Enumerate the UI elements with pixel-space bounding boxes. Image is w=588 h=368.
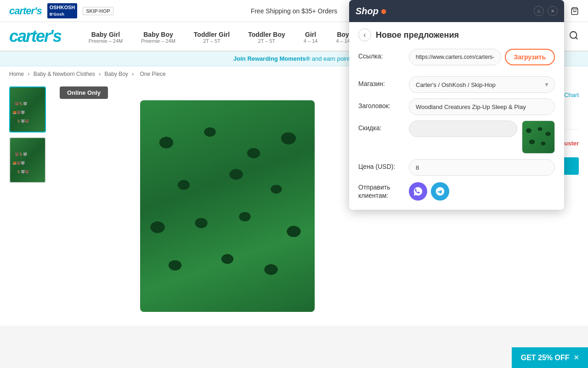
- send-label: Отправить клиентам:: [358, 183, 404, 200]
- shop-close-button[interactable]: ×: [548, 6, 558, 16]
- nav-girl-main: Girl: [304, 31, 318, 38]
- shop-minimize-button[interactable]: ○: [534, 6, 544, 16]
- nav-toddler-boy-main: Toddler Boy: [248, 31, 285, 38]
- telegram-button[interactable]: [431, 182, 449, 201]
- nav-baby-girl-main: Baby Girl: [89, 31, 123, 38]
- send-icons: [409, 182, 449, 201]
- shop-overlay-header: Shop ● ○ ×: [349, 0, 564, 22]
- nav-boy-sub: 4 – 14: [336, 38, 350, 44]
- thumbnail-strip: [9, 82, 51, 316]
- nav-girl-sub: 4 – 14: [304, 38, 318, 44]
- discount-field: Скидка:: [358, 121, 555, 154]
- nav-toddler-girl[interactable]: Toddler Girl 2T – 5T: [185, 22, 239, 51]
- discount-input[interactable]: [409, 121, 517, 137]
- price-field: Цена (USD):: [358, 159, 555, 176]
- nav-baby-boy-sub: Preemie – 24M: [141, 38, 175, 44]
- svg-line-4: [576, 37, 577, 39]
- join-link[interactable]: Join Rewarding Moments®: [233, 55, 310, 62]
- title-content: [409, 98, 555, 115]
- thumb-img-1: [10, 87, 45, 132]
- nav-logo: carter's: [9, 27, 61, 46]
- thumbnail-1[interactable]: [9, 86, 46, 132]
- cart-button[interactable]: [571, 7, 579, 15]
- shop-header-controls: ○ ×: [534, 6, 558, 16]
- store-field: Магазин: Carter's / OshKosh / Skip-Hop ▼: [358, 76, 555, 93]
- shipping-banner: Free Shipping on $35+ Orders: [251, 7, 338, 15]
- skiphop-logo: SKIP·HOP: [83, 7, 113, 15]
- price-content: [409, 159, 555, 176]
- svg-point-3: [570, 32, 577, 39]
- url-input[interactable]: [409, 49, 501, 65]
- search-icon: [569, 30, 579, 40]
- viber-button[interactable]: [409, 182, 427, 201]
- nav-baby-boy-main: Baby Boy: [141, 31, 175, 38]
- breadcrumb-baby-boy[interactable]: Baby Boy: [104, 71, 128, 77]
- nav-toddler-boy[interactable]: Toddler Boy 2T – 5T: [239, 22, 294, 51]
- discount-label: Скидка:: [358, 121, 404, 132]
- nav-items: Baby Girl Preemie – 24M Baby Boy Preemie…: [79, 22, 359, 51]
- store-label: Магазин:: [358, 76, 404, 87]
- online-only-badge: Online Only: [60, 86, 108, 99]
- url-row: Загрузить: [409, 49, 555, 65]
- url-field: Ссылка: Загрузить: [358, 49, 555, 71]
- shop-logo: Shop ●: [356, 5, 387, 17]
- carters-logo: carter's: [9, 5, 42, 17]
- nav-search[interactable]: [569, 30, 579, 42]
- shop-overlay: Shop ● ○ × ‹ Новое предложения Ссылка: З…: [349, 0, 564, 210]
- nav-baby-girl-sub: Preemie – 24M: [89, 38, 123, 44]
- price-label: Цена (USD):: [358, 159, 404, 170]
- store-select[interactable]: Carter's / OshKosh / Skip-Hop: [409, 76, 555, 93]
- thumbnail-2[interactable]: [9, 137, 46, 183]
- nav-toddler-boy-sub: 2T – 5T: [248, 38, 285, 44]
- shop-body: ‹ Новое предложения Ссылка: Загрузить Ма…: [349, 22, 564, 210]
- store-content: Carter's / OshKosh / Skip-Hop ▼: [409, 76, 555, 93]
- price-input[interactable]: [409, 159, 555, 176]
- viber-icon: [413, 186, 423, 196]
- shop-title: Новое предложения: [376, 30, 459, 40]
- title-field: Заголовок:: [358, 98, 555, 115]
- shop-logo-dot: ●: [380, 5, 387, 17]
- nav-boy-main: Boy: [336, 31, 350, 38]
- nav-baby-boy[interactable]: Baby Boy Preemie – 24M: [132, 22, 185, 51]
- shop-logo-text: Shop: [356, 6, 379, 17]
- logos: carter's OSHKOSHB'Gosh SKIP·HOP: [9, 3, 113, 18]
- title-label: Заголовок:: [358, 98, 404, 109]
- breadcrumb-home[interactable]: Home: [9, 71, 24, 77]
- store-select-wrap: Carter's / OshKosh / Skip-Hop ▼: [409, 76, 555, 93]
- nav-baby-girl[interactable]: Baby Girl Preemie – 24M: [79, 22, 132, 51]
- product-thumbnail-preview: [522, 121, 555, 154]
- breadcrumb-baby-newborn[interactable]: Baby & Newborn Clothes: [34, 71, 95, 77]
- thumb-img-2: [10, 138, 45, 182]
- url-label: Ссылка:: [358, 49, 404, 60]
- title-input[interactable]: [409, 98, 555, 115]
- discount-close-button[interactable]: ×: [574, 353, 579, 362]
- discount-content: [409, 121, 517, 137]
- join-text: and earn points!: [312, 55, 355, 62]
- cart-icon: [571, 7, 579, 15]
- nav-girl[interactable]: Girl 4 – 14: [294, 22, 327, 51]
- shop-back-button[interactable]: ‹: [358, 29, 371, 41]
- discount-text: GET 25% OFF: [521, 354, 570, 362]
- breadcrumb-one-piece: One Piece: [140, 71, 166, 77]
- product-main-image: [140, 100, 315, 312]
- discount-float-banner[interactable]: GET 25% OFF ×: [512, 347, 588, 368]
- oshkosh-logo: OSHKOSHB'Gosh: [47, 3, 78, 18]
- nav-toddler-girl-sub: 2T – 5T: [194, 38, 230, 44]
- load-button[interactable]: Загрузить: [505, 49, 555, 65]
- shop-title-row: ‹ Новое предложения: [358, 29, 555, 41]
- nav-toddler-girl-main: Toddler Girl: [194, 31, 230, 38]
- telegram-icon: [435, 186, 445, 196]
- send-clients-row: Отправить клиентам:: [358, 182, 555, 201]
